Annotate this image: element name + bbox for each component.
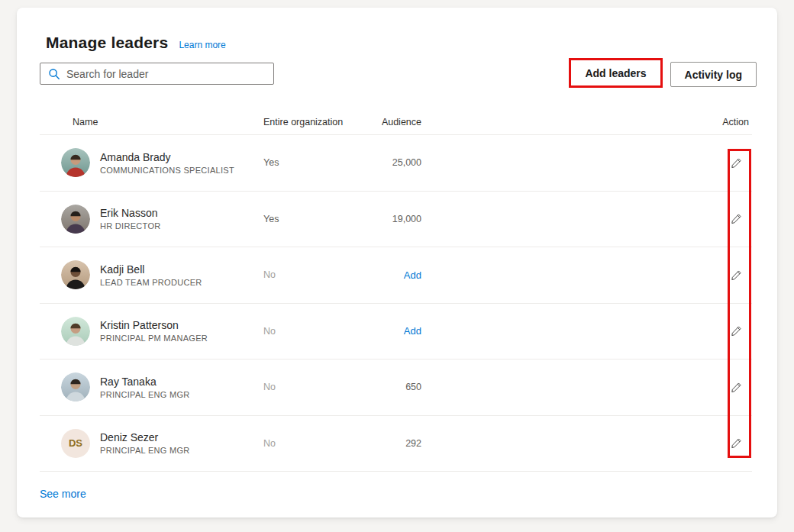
leader-name: Kristin Patterson xyxy=(100,319,208,331)
leader-job-title: PRINCIPAL PM MANAGER xyxy=(100,334,208,343)
pencil-icon xyxy=(731,213,742,224)
toolbar: Add leaders Activity log xyxy=(40,58,757,88)
edit-button[interactable] xyxy=(728,435,744,452)
entire-organization-value: No xyxy=(263,382,355,392)
table-row: Amanda Brady COMMUNICATIONS SPECIALIST Y… xyxy=(40,135,752,192)
pencil-icon xyxy=(731,325,742,337)
table-row: Kristin Patterson PRINCIPAL PM MANAGER N… xyxy=(40,304,752,360)
leader-name-cell: Kadji Bell LEAD TEAM PRODUCER xyxy=(40,260,263,289)
edit-button[interactable] xyxy=(728,154,744,171)
table-row: Ray Tanaka PRINCIPAL ENG MGR No 650 xyxy=(40,360,752,416)
table-body: Amanda Brady COMMUNICATIONS SPECIALIST Y… xyxy=(40,135,752,472)
edit-button[interactable] xyxy=(728,266,744,283)
leader-job-title: HR DIRECTOR xyxy=(100,221,161,231)
action-cell xyxy=(421,211,752,227)
audience-value: 292 xyxy=(405,438,421,449)
audience-cell: 25,000 xyxy=(355,157,421,168)
column-header-name: Name xyxy=(40,117,263,127)
audience-value: 650 xyxy=(405,382,421,392)
leader-job-title: PRINCIPAL ENG MGR xyxy=(100,446,190,455)
entire-organization-value: Yes xyxy=(263,157,355,168)
leader-job-title: PRINCIPAL ENG MGR xyxy=(100,390,190,399)
search-icon xyxy=(48,68,60,80)
audience-value: 25,000 xyxy=(392,157,421,168)
action-cell xyxy=(421,266,752,283)
action-cell xyxy=(421,435,752,452)
see-more-link[interactable]: See more xyxy=(40,488,86,500)
search-input[interactable] xyxy=(66,68,267,80)
entire-organization-value: No xyxy=(263,438,355,449)
leaders-table: Name Entire organization Audience Action… xyxy=(40,109,752,472)
leader-name: Kadji Bell xyxy=(100,263,202,276)
column-header-entire-organization: Entire organization xyxy=(263,117,355,127)
action-cell xyxy=(421,379,752,395)
audience-cell: 292 xyxy=(355,438,421,449)
leader-name-cell: Amanda Brady COMMUNICATIONS SPECIALIST xyxy=(40,148,263,177)
pencil-icon xyxy=(731,437,742,449)
avatar xyxy=(61,205,90,234)
audience-cell: Add xyxy=(355,325,421,337)
add-leaders-button[interactable]: Add leaders xyxy=(571,60,660,85)
audience-cell: 19,000 xyxy=(355,214,421,224)
table-row: Erik Nasson HR DIRECTOR Yes 19,000 xyxy=(40,192,752,248)
leader-name: Deniz Sezer xyxy=(100,431,190,443)
leader-name-cell: DS Deniz Sezer PRINCIPAL ENG MGR xyxy=(40,429,263,458)
pencil-icon xyxy=(731,157,742,169)
audience-cell: Add xyxy=(355,269,421,281)
edit-button[interactable] xyxy=(728,211,744,227)
avatar xyxy=(61,317,90,346)
search-box[interactable] xyxy=(40,63,274,85)
leader-name: Ray Tanaka xyxy=(100,376,190,388)
leader-name: Amanda Brady xyxy=(100,151,234,163)
leader-name-cell: Ray Tanaka PRINCIPAL ENG MGR xyxy=(40,372,263,401)
table-header: Name Entire organization Audience Action xyxy=(40,109,752,135)
edit-button[interactable] xyxy=(728,379,744,395)
avatar: DS xyxy=(61,429,90,458)
leader-name-cell: Erik Nasson HR DIRECTOR xyxy=(40,205,263,234)
edit-button[interactable] xyxy=(728,323,744,340)
page-title: Manage leaders xyxy=(46,34,168,52)
audience-add-link[interactable]: Add xyxy=(404,325,421,337)
pencil-icon xyxy=(731,269,742,281)
table-row: Kadji Bell LEAD TEAM PRODUCER No Add xyxy=(40,247,752,304)
audience-add-link[interactable]: Add xyxy=(404,269,421,281)
avatar xyxy=(61,148,90,177)
entire-organization-value: No xyxy=(263,326,355,337)
annotation-add-leaders-highlight: Add leaders xyxy=(569,58,662,88)
audience-cell: 650 xyxy=(355,382,421,392)
table-row: DS Deniz Sezer PRINCIPAL ENG MGR No 292 xyxy=(40,416,752,472)
leader-job-title: LEAD TEAM PRODUCER xyxy=(100,278,202,287)
toolbar-buttons: Add leaders Activity log xyxy=(569,58,757,88)
learn-more-link[interactable]: Learn more xyxy=(179,40,225,50)
manage-leaders-card: Manage leaders Learn more Add leaders Ac… xyxy=(17,8,777,517)
entire-organization-value: No xyxy=(263,269,355,280)
column-header-action: Action xyxy=(421,117,752,127)
avatar xyxy=(61,260,90,289)
activity-log-button[interactable]: Activity log xyxy=(670,62,757,87)
leader-job-title: COMMUNICATIONS SPECIALIST xyxy=(100,166,234,175)
audience-value: 19,000 xyxy=(392,214,421,224)
avatar xyxy=(61,372,90,401)
entire-organization-value: Yes xyxy=(263,214,355,224)
column-header-audience: Audience xyxy=(355,117,421,127)
title-row: Manage leaders Learn more xyxy=(46,34,226,52)
action-cell xyxy=(421,323,752,340)
pencil-icon xyxy=(731,382,742,393)
leader-name: Erik Nasson xyxy=(100,207,161,219)
leader-name-cell: Kristin Patterson PRINCIPAL PM MANAGER xyxy=(40,317,263,346)
action-cell xyxy=(421,154,752,171)
